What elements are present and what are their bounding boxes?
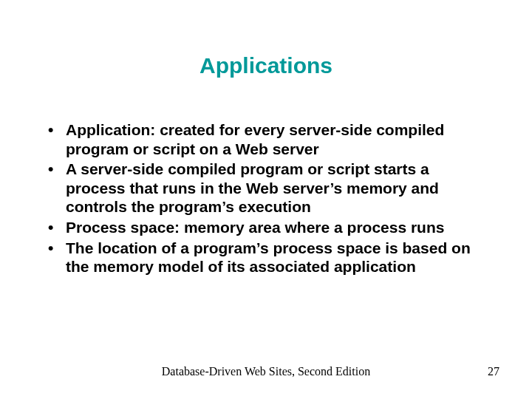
bullet-item: Process space: memory area where a proce… bbox=[47, 218, 490, 237]
footer-text: Database-Driven Web Sites, Second Editio… bbox=[0, 365, 532, 378]
bullet-list: Application: created for every server-si… bbox=[47, 120, 490, 276]
bullet-item: The location of a program’s process spac… bbox=[47, 239, 490, 276]
slide: Applications Application: created for ev… bbox=[0, 0, 532, 399]
slide-body: Application: created for every server-si… bbox=[47, 120, 490, 278]
page-number: 27 bbox=[488, 365, 499, 378]
bullet-item: A server-side compiled program or script… bbox=[47, 160, 490, 216]
bullet-item: Application: created for every server-si… bbox=[47, 120, 490, 158]
slide-title: Applications bbox=[0, 53, 532, 78]
